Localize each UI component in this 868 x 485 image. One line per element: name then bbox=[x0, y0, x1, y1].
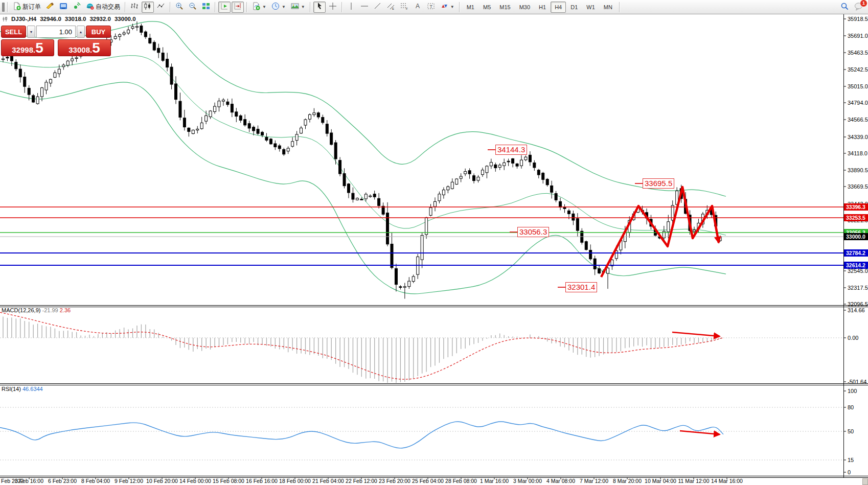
new-order-button[interactable]: 新订单 bbox=[11, 2, 43, 13]
timeframe-w1-button[interactable]: W1 bbox=[582, 2, 599, 13]
price-annotation[interactable]: 33695.5 bbox=[643, 178, 674, 189]
bear-candle bbox=[261, 132, 264, 135]
time-label: 14 Mar 16:00 bbox=[711, 478, 743, 484]
bull-candle bbox=[313, 113, 315, 115]
badge-price: 33253.5 bbox=[846, 215, 865, 221]
price-annotation[interactable]: 34144.3 bbox=[495, 145, 527, 155]
chart-shift-button[interactable] bbox=[232, 2, 244, 13]
macd-indicator-label: MACD(12,26,9) -21.99 2.36 bbox=[2, 307, 71, 313]
auto-trading-button[interactable]: 自动交易 bbox=[84, 2, 122, 13]
candlestick-chart-button[interactable] bbox=[142, 2, 154, 13]
macd-trend-arrow[interactable] bbox=[672, 332, 720, 336]
channel-tool-button[interactable]: E bbox=[385, 2, 397, 13]
line-chart-button[interactable] bbox=[155, 2, 167, 13]
cursor-tool-button[interactable] bbox=[313, 2, 326, 13]
trendline-tool-button[interactable] bbox=[372, 2, 384, 13]
bear-candle bbox=[15, 62, 17, 69]
chart-canvas[interactable]: 35918.535691.035463.535242.535015.034794… bbox=[0, 0, 868, 485]
arrows-tool-button[interactable]: ▼ bbox=[438, 2, 456, 13]
bear-candle bbox=[529, 155, 531, 161]
svg-text:F: F bbox=[406, 7, 408, 10]
bear-candle bbox=[19, 69, 21, 77]
bull-candle bbox=[41, 88, 43, 97]
vertical-line-tool-button[interactable] bbox=[345, 2, 357, 13]
axis-tick-label: 15 bbox=[848, 457, 854, 463]
macd-main-value: -21.99 bbox=[42, 307, 58, 313]
axis-tick-label: 35691.0 bbox=[848, 33, 868, 39]
crosshair-tool-button[interactable] bbox=[327, 2, 339, 13]
periods-button[interactable]: ▼ bbox=[269, 2, 288, 13]
notifications-button[interactable]: 1 bbox=[852, 2, 866, 13]
axis-tick-label: 100 bbox=[848, 388, 857, 394]
indicators-button[interactable]: ▼ bbox=[250, 2, 268, 13]
bear-candle bbox=[28, 88, 30, 95]
timeframe-h1-button[interactable]: H1 bbox=[535, 2, 550, 13]
zoom-in-icon bbox=[175, 2, 184, 12]
volume-input[interactable] bbox=[36, 26, 76, 38]
bull-candle bbox=[503, 163, 506, 166]
tile-windows-button[interactable] bbox=[200, 2, 212, 13]
trend-zigzag-arrow[interactable] bbox=[601, 187, 719, 277]
bear-candle bbox=[339, 160, 341, 174]
bear-candle bbox=[10, 56, 13, 61]
sell-button[interactable]: SELL bbox=[1, 26, 26, 38]
buy-button[interactable]: BUY bbox=[86, 26, 111, 38]
bollinger-middle-band bbox=[0, 56, 726, 236]
chevron-down-icon: ▼ bbox=[282, 5, 286, 9]
bull-candle bbox=[364, 194, 367, 199]
timeframe-mn-button[interactable]: MN bbox=[600, 2, 616, 13]
bull-candle bbox=[218, 101, 220, 107]
chevron-down-icon: ▼ bbox=[262, 5, 266, 9]
timeframe-m5-button[interactable]: M5 bbox=[479, 2, 495, 13]
fibonacci-tool-button[interactable]: F bbox=[398, 2, 410, 13]
time-axis: Feb 20223 Feb 16:006 Feb 23:008 Feb 04:0… bbox=[0, 477, 743, 484]
timeframe-m1-button[interactable]: M1 bbox=[463, 2, 478, 13]
templates-button[interactable]: ▼ bbox=[289, 2, 307, 13]
bull-candle bbox=[200, 123, 203, 128]
search-button[interactable] bbox=[838, 2, 851, 13]
zoom-in-button[interactable] bbox=[173, 2, 186, 13]
time-label: 16 Feb 16:00 bbox=[246, 478, 278, 484]
bear-candle bbox=[235, 112, 238, 117]
price-annotation[interactable]: 33056.3 bbox=[517, 227, 549, 237]
volume-decrease-button[interactable]: ▼ bbox=[27, 26, 35, 38]
time-label: 9 Feb 12:00 bbox=[115, 478, 143, 484]
time-label: 11 Mar 12:00 bbox=[678, 478, 709, 484]
timeframe-h4-button[interactable]: H4 bbox=[551, 2, 566, 13]
zoom-out-button[interactable] bbox=[187, 2, 199, 13]
pane-borders bbox=[0, 14, 868, 478]
price-annotation[interactable]: 32301.4 bbox=[565, 282, 597, 292]
bull-candle bbox=[300, 128, 303, 133]
buy-price-display[interactable]: 33008 . 5 bbox=[58, 39, 111, 56]
axis-tick-label: 34118.0 bbox=[848, 150, 867, 156]
bar-chart-button[interactable] bbox=[128, 2, 141, 13]
axis-tick-label: 35463.5 bbox=[848, 50, 868, 56]
bull-candle bbox=[222, 100, 224, 102]
bear-candle bbox=[473, 176, 475, 181]
timeframe-m15-button[interactable]: M15 bbox=[495, 2, 514, 13]
signals-button[interactable] bbox=[71, 2, 83, 13]
clock-icon bbox=[271, 2, 280, 12]
bear-candle bbox=[188, 128, 190, 131]
text-tool-button[interactable]: A bbox=[412, 2, 424, 13]
bull-candle bbox=[408, 281, 410, 286]
clear-button[interactable] bbox=[44, 2, 56, 13]
horizontal-line-tool-button[interactable] bbox=[358, 2, 371, 13]
timeframe-m30-button[interactable]: M30 bbox=[515, 2, 534, 13]
bear-candle bbox=[278, 146, 281, 149]
sell-price-display[interactable]: 32998 . 5 bbox=[1, 39, 54, 56]
bear-candle bbox=[576, 219, 579, 230]
scrollbar-corner bbox=[862, 478, 868, 485]
label-tool-button[interactable]: T bbox=[425, 2, 437, 13]
volume-increase-button[interactable]: ▲ bbox=[77, 26, 85, 38]
separator bbox=[125, 2, 126, 12]
price-axis-badge: 32784.2 bbox=[844, 249, 868, 257]
bear-candle bbox=[494, 165, 497, 168]
timeframe-d1-button[interactable]: D1 bbox=[566, 2, 582, 13]
bear-candle bbox=[175, 84, 177, 100]
buy-price-fraction: 5 bbox=[92, 41, 100, 55]
auto-scroll-button[interactable] bbox=[218, 2, 231, 13]
auto-scroll-icon bbox=[220, 2, 229, 12]
bear-candle bbox=[330, 133, 333, 145]
metaeditor-button[interactable] bbox=[57, 2, 70, 13]
